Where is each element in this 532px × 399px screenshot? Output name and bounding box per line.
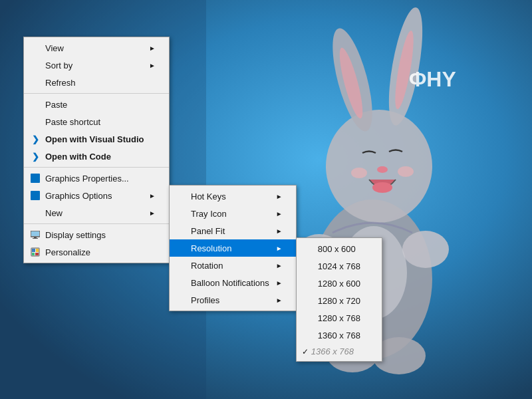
res-1280-600-label: 1280 x 600 <box>318 279 368 289</box>
panel-fit-label: Panel Fit <box>191 226 269 236</box>
menu-item-profiles[interactable]: Profiles ► <box>170 291 296 309</box>
tray-icon-label: Tray Icon <box>191 209 269 219</box>
sort-by-arrow: ► <box>149 62 156 69</box>
svg-rect-19 <box>31 231 39 236</box>
code-icon: ❯ <box>29 150 41 162</box>
rotation-icon <box>175 259 187 271</box>
paste-icon <box>29 98 41 110</box>
res-1360-check <box>302 329 314 341</box>
graphics-properties-label: Graphics Properties... <box>45 174 156 184</box>
svg-point-8 <box>372 182 392 193</box>
res-1366-checkmark: ✓ <box>302 347 309 356</box>
menu-item-tray-icon[interactable]: Tray Icon ► <box>170 205 296 222</box>
graphics-options-arrow: ► <box>149 192 156 200</box>
personalize-icon <box>29 246 41 258</box>
svg-point-2 <box>326 110 432 223</box>
svg-text:ΦΗΥ: ΦΗΥ <box>409 67 456 91</box>
separator-2 <box>24 167 169 168</box>
menu-item-sort-by[interactable]: Sort by ► <box>24 57 169 74</box>
res-1366-label: 1366 x 768 <box>311 346 368 356</box>
res-1360-label: 1360 x 768 <box>318 331 368 340</box>
res-1280-600-check <box>302 277 314 289</box>
menu-item-refresh[interactable]: Refresh <box>24 74 169 91</box>
menu-item-view[interactable]: View ► <box>24 39 169 57</box>
new-label: New <box>45 208 142 218</box>
hot-keys-icon <box>175 190 187 202</box>
menu-item-res-1280-768[interactable]: 1280 x 768 <box>297 309 382 327</box>
view-label: View <box>45 43 142 53</box>
menu-item-personalize[interactable]: Personalize <box>24 243 169 261</box>
menu-item-res-1280-720[interactable]: 1280 x 720 <box>297 292 382 309</box>
context-menu-primary: View ► Sort by ► Refresh Paste Paste sho… <box>23 37 170 263</box>
tray-icon-arrow: ► <box>276 210 283 217</box>
panel-fit-arrow: ► <box>276 227 283 235</box>
menu-item-res-1366[interactable]: ✓ 1366 x 768 <box>297 344 382 359</box>
profiles-label: Profiles <box>191 295 269 305</box>
res-1280-720-check <box>302 295 314 307</box>
svg-rect-25 <box>32 253 35 255</box>
menu-item-paste[interactable]: Paste <box>24 96 169 113</box>
balloon-label: Balloon Notifications <box>191 278 269 288</box>
res-1280-768-label: 1280 x 768 <box>318 313 368 323</box>
menu-item-res-1024[interactable]: 1024 x 768 <box>297 257 382 275</box>
graphics-properties-icon <box>29 172 41 184</box>
svg-rect-23 <box>32 249 35 252</box>
svg-point-10 <box>398 166 414 177</box>
svg-rect-26 <box>35 253 39 255</box>
svg-rect-24 <box>36 249 39 252</box>
separator-1 <box>24 93 169 94</box>
menu-item-panel-fit[interactable]: Panel Fit ► <box>170 222 296 239</box>
profiles-icon <box>175 294 187 306</box>
profiles-arrow: ► <box>276 297 283 304</box>
resolution-icon <box>175 242 187 254</box>
menu-item-open-code[interactable]: ❯ Open with Code <box>24 148 169 165</box>
menu-item-rotation[interactable]: Rotation ► <box>170 257 296 274</box>
menu-item-res-800[interactable]: 532 x 399 <box>297 240 382 257</box>
graphics-options-label: Graphics Options <box>45 191 142 201</box>
rotation-arrow: ► <box>276 262 283 269</box>
menu-item-resolution[interactable]: Resolution ► 532 x 399 1024 x 768 1 <box>170 239 296 257</box>
sort-by-icon <box>29 59 41 71</box>
balloon-icon <box>175 277 187 289</box>
personalize-svg <box>31 247 40 257</box>
balloon-arrow: ► <box>276 279 283 287</box>
view-arrow: ► <box>149 45 156 52</box>
svg-rect-21 <box>33 238 38 239</box>
view-icon <box>29 42 41 54</box>
res-800-check <box>302 243 314 255</box>
res-1280-720-label: 1280 x 720 <box>318 296 368 306</box>
open-code-label: Open with Code <box>45 152 156 162</box>
new-arrow: ► <box>149 209 156 217</box>
menu-item-hot-keys[interactable]: Hot Keys ► <box>170 188 296 205</box>
svg-point-12 <box>402 231 449 268</box>
menu-item-open-vs[interactable]: ❯ Open with Visual Studio <box>24 130 169 148</box>
refresh-icon <box>29 76 41 88</box>
paste-shortcut-label: Paste shortcut <box>45 117 156 127</box>
menu-item-paste-shortcut[interactable]: Paste shortcut <box>24 113 169 130</box>
menu-item-new[interactable]: New ► <box>24 204 169 221</box>
svg-rect-20 <box>34 237 37 238</box>
menu-item-display-settings[interactable]: Display settings <box>24 226 169 243</box>
context-menu-resolution: 532 x 399 1024 x 768 1280 x 600 1280 x 7… <box>296 237 382 362</box>
vs-icon: ❯ <box>29 133 41 145</box>
res-1024-label: 1024 x 768 <box>318 261 368 271</box>
hot-keys-label: Hot Keys <box>191 192 269 201</box>
display-settings-label: Display settings <box>45 230 156 240</box>
display-settings-icon <box>29 229 41 241</box>
menu-item-res-1360[interactable]: 1360 x 768 <box>297 327 382 344</box>
paste-label: Paste <box>45 100 156 110</box>
menu-item-graphics-properties[interactable]: Graphics Properties... <box>24 170 169 187</box>
refresh-label: Refresh <box>45 78 156 88</box>
open-vs-label: Open with Visual Studio <box>45 134 156 144</box>
tray-icon-icon <box>175 207 187 219</box>
menu-item-graphics-options[interactable]: Graphics Options ► Hot Keys ► Tray Icon … <box>24 187 169 204</box>
menu-item-balloon-notifications[interactable]: Balloon Notifications ► <box>170 274 296 291</box>
svg-point-9 <box>351 168 367 178</box>
res-1280-768-check <box>302 312 314 324</box>
monitor-svg <box>31 231 40 239</box>
menu-item-res-1280-600[interactable]: 1280 x 600 <box>297 275 382 292</box>
separator-3 <box>24 223 169 224</box>
res-800-label: 532 x 399 <box>318 244 368 254</box>
graphics-options-icon <box>29 190 41 201</box>
rotation-label: Rotation <box>191 261 269 271</box>
